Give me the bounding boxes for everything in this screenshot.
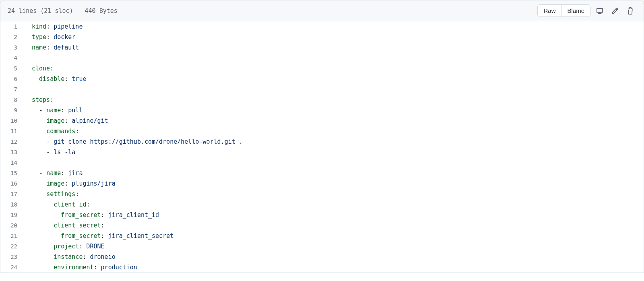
code-line: 16 image: plugins/jira: [0, 178, 644, 189]
line-content: [25, 53, 644, 63]
line-content: - name: jira: [25, 168, 644, 178]
line-number[interactable]: 11: [0, 126, 25, 136]
line-number[interactable]: 19: [0, 210, 25, 220]
code-line: 6 disable: true: [0, 74, 644, 84]
line-number[interactable]: 15: [0, 168, 25, 178]
code-line: 13 - ls -la: [0, 147, 644, 157]
code-line: 1kind: pipeline: [0, 21, 644, 32]
edit-icon[interactable]: [609, 5, 621, 17]
line-number[interactable]: 20: [0, 220, 25, 231]
file-actions: Raw Blame: [537, 4, 636, 17]
line-number[interactable]: 4: [0, 53, 25, 63]
code-line: 8steps:: [0, 95, 644, 105]
code-line: 11 commands:: [0, 126, 644, 136]
line-content: clone:: [25, 63, 644, 74]
file-header: 24 lines (21 sloc) 440 Bytes Raw Blame: [0, 0, 644, 21]
line-number[interactable]: 3: [0, 42, 25, 53]
line-number[interactable]: 9: [0, 105, 25, 116]
line-content: - git clone https://github.com/drone/hel…: [25, 136, 644, 147]
info-divider: [79, 6, 79, 15]
code-line: 15 - name: jira: [0, 168, 644, 178]
code-line: 22 project: DRONE: [0, 241, 644, 252]
code-line: 23 instance: droneio: [0, 252, 644, 262]
code-line: 21 from_secret: jira_client_secret: [0, 231, 644, 241]
delete-icon[interactable]: [624, 5, 636, 17]
line-content: steps:: [25, 95, 644, 105]
line-number[interactable]: 13: [0, 147, 25, 157]
code-line: 19 from_secret: jira_client_id: [0, 210, 644, 220]
line-content: client_secret:: [25, 220, 644, 231]
line-content: name: default: [25, 42, 644, 53]
lines-count: 24 lines (21 sloc): [8, 7, 73, 14]
code-line: 20 client_secret:: [0, 220, 644, 231]
line-content: - ls -la: [25, 147, 644, 157]
code-line: 2type: docker: [0, 32, 644, 42]
code-line: 5clone:: [0, 63, 644, 74]
line-number[interactable]: 5: [0, 63, 25, 74]
line-number[interactable]: 17: [0, 189, 25, 199]
line-content: image: plugins/jira: [25, 178, 644, 189]
line-number[interactable]: 22: [0, 241, 25, 252]
line-content: from_secret: jira_client_id: [25, 210, 644, 220]
raw-button[interactable]: Raw: [538, 5, 561, 17]
line-content: - name: pull: [25, 105, 644, 116]
code-line: 4: [0, 53, 644, 63]
line-content: project: DRONE: [25, 241, 644, 252]
code-line: 3name: default: [0, 42, 644, 53]
line-content: instance: droneio: [25, 252, 644, 262]
line-number[interactable]: 21: [0, 231, 25, 241]
line-number[interactable]: 24: [0, 262, 25, 273]
line-content: [25, 84, 644, 95]
file-size: 440 Bytes: [85, 7, 118, 14]
file-info: 24 lines (21 sloc) 440 Bytes: [8, 6, 118, 15]
line-content: client_id:: [25, 199, 644, 210]
desktop-icon[interactable]: [594, 5, 606, 17]
line-number[interactable]: 2: [0, 32, 25, 42]
code-line: 10 image: alpine/git: [0, 116, 644, 126]
line-number[interactable]: 1: [0, 21, 25, 32]
line-content: settings:: [25, 189, 644, 199]
line-number[interactable]: 12: [0, 136, 25, 147]
line-number[interactable]: 16: [0, 178, 25, 189]
line-content: image: alpine/git: [25, 116, 644, 126]
line-number[interactable]: 8: [0, 95, 25, 105]
line-number[interactable]: 14: [0, 157, 25, 168]
code-line: 18 client_id:: [0, 199, 644, 210]
code-line: 14: [0, 157, 644, 168]
code-line: 17 settings:: [0, 189, 644, 199]
line-number[interactable]: 23: [0, 252, 25, 262]
code-viewer: 1kind: pipeline2type: docker3name: defau…: [0, 21, 644, 273]
code-line: 7: [0, 84, 644, 95]
line-number[interactable]: 7: [0, 84, 25, 95]
line-content: environment: production: [25, 262, 644, 273]
view-mode-group: Raw Blame: [537, 4, 590, 17]
line-number[interactable]: 18: [0, 199, 25, 210]
line-content: type: docker: [25, 32, 644, 42]
code-table: 1kind: pipeline2type: docker3name: defau…: [0, 21, 644, 273]
line-content: from_secret: jira_client_secret: [25, 231, 644, 241]
line-content: [25, 157, 644, 168]
code-line: 24 environment: production: [0, 262, 644, 273]
code-line: 9 - name: pull: [0, 105, 644, 116]
line-number[interactable]: 6: [0, 74, 25, 84]
code-line: 12 - git clone https://github.com/drone/…: [0, 136, 644, 147]
blame-button[interactable]: Blame: [561, 5, 590, 17]
line-number[interactable]: 10: [0, 116, 25, 126]
line-content: kind: pipeline: [25, 21, 644, 32]
line-content: disable: true: [25, 74, 644, 84]
line-content: commands:: [25, 126, 644, 136]
